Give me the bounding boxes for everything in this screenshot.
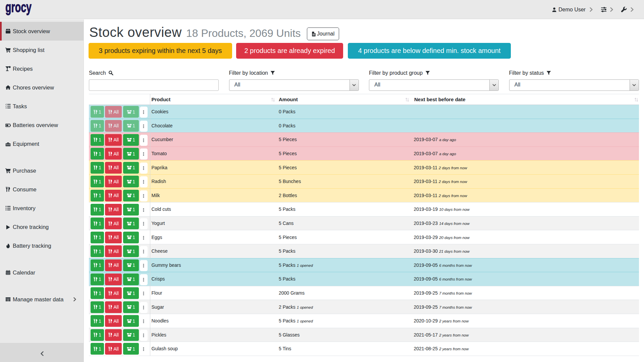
svg-text:grocy: grocy: [5, 0, 32, 15]
